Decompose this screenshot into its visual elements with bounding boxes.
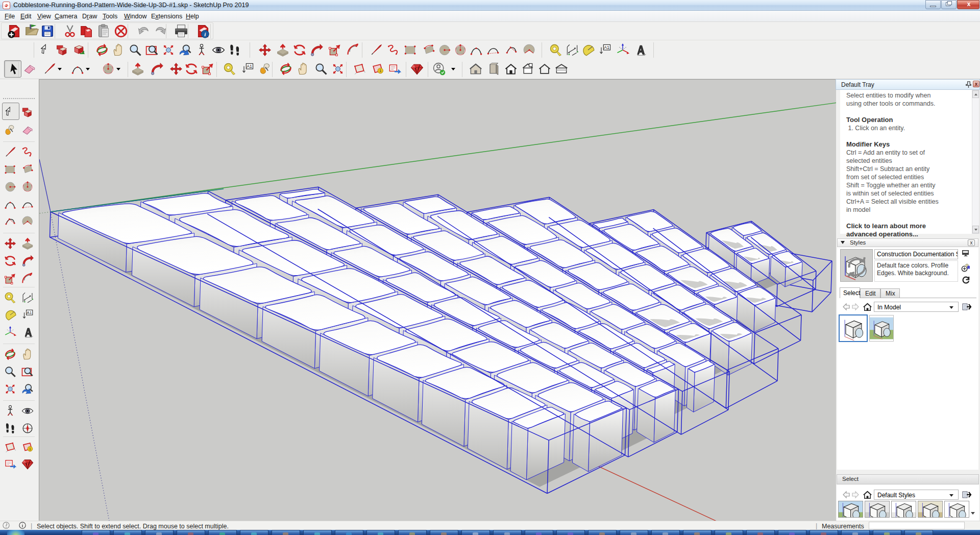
svg-text:A1: A1 bbox=[604, 45, 609, 50]
svg-text:1: 1 bbox=[379, 69, 381, 72]
svg-text:A1: A1 bbox=[27, 310, 32, 315]
svg-text:A1: A1 bbox=[247, 64, 252, 69]
svg-text:1: 1 bbox=[29, 447, 31, 451]
